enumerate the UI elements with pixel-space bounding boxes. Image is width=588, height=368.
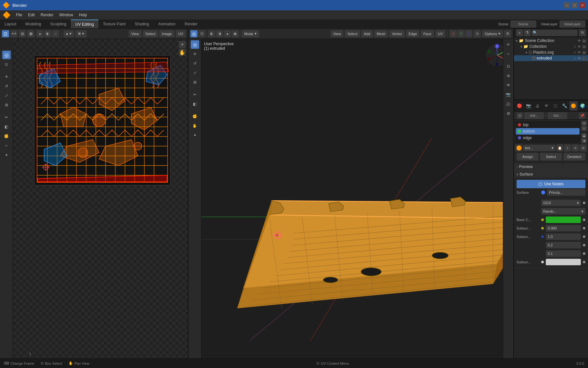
outliner-extruded[interactable]: ⬡ extruded ✓ 👁 🎥 (514, 55, 588, 61)
col-cam[interactable]: 🎥 (582, 45, 586, 48)
ggx-dropdown[interactable]: GGX ▾ (541, 200, 581, 206)
mat-down-btn[interactable]: ▾ (582, 138, 587, 143)
outliner-settings[interactable]: ⚙ (579, 29, 586, 36)
vp-proportional-btn[interactable]: ⊙ (474, 30, 481, 37)
uv-transform-tool[interactable]: ⊞ (2, 101, 11, 109)
breadcrumb-item1[interactable]: extr... (524, 112, 544, 119)
mat-up-btn[interactable]: ▲ (582, 133, 587, 138)
surface-prop-value[interactable]: Princip... (547, 189, 585, 196)
tab-modeling[interactable]: Modeling (21, 20, 46, 28)
menu-file[interactable]: File (13, 12, 25, 18)
scene-col-render[interactable]: 🎥 (582, 39, 586, 43)
maximize-button[interactable]: □ (572, 2, 578, 8)
vp-mesh-menu[interactable]: Mesh (374, 30, 388, 37)
vp-measure-tool[interactable]: ◧ (191, 100, 199, 108)
uv-pan-tool[interactable]: ✋ (179, 49, 186, 56)
scene-col-eye[interactable]: 👁 (578, 39, 581, 43)
random-dropdown[interactable]: Rando... ▾ (541, 208, 585, 215)
tab-sculpting[interactable]: Sculpting (46, 20, 71, 28)
vp-axis-y[interactable]: Y (457, 30, 465, 37)
uv-scale-tool[interactable]: ⤢ (2, 91, 11, 100)
subsur3-value[interactable] (546, 259, 581, 265)
tab-texture-paint[interactable]: Texture Paint (98, 20, 130, 28)
vp-pinch-tool[interactable]: ✦ (191, 131, 199, 139)
menu-help[interactable]: Help (76, 12, 90, 18)
material-slot-bottom[interactable]: bottom (516, 128, 580, 135)
mat-new-btn[interactable]: + (564, 144, 571, 151)
vp-shading1[interactable]: ◐ (208, 30, 215, 37)
uv-zoom-in[interactable]: + (179, 41, 186, 48)
vp-grab-tool[interactable]: ✊ (191, 112, 199, 121)
mat-select-btn[interactable]: Select (540, 153, 562, 161)
uv-uv-menu[interactable]: UV (176, 30, 186, 37)
material-slot-edge[interactable]: edge (516, 135, 580, 141)
uv-select-menu[interactable]: Select (143, 30, 158, 37)
vp-face-menu[interactable]: Face (421, 30, 434, 37)
vp-options-selector[interactable]: Options▾ (482, 30, 503, 37)
scene-selector[interactable]: Scene (510, 20, 536, 28)
preview-section-header[interactable]: › Preview · · · · (514, 163, 588, 170)
vp-cursor-tool[interactable]: ◎ (191, 40, 199, 49)
vp-shading4[interactable]: ◉ (232, 30, 239, 37)
vp-grid-icon[interactable]: ⊞ (504, 109, 513, 118)
vp-select-menu[interactable]: Select (345, 30, 360, 37)
prop-tab-modifier[interactable]: 🔧 (560, 101, 569, 111)
prop-tab-view[interactable]: 👁 (542, 101, 551, 111)
uv-shade1[interactable]: ● (36, 30, 44, 37)
uv-mode-icon[interactable]: ⊡ (2, 30, 9, 37)
uv-shade2[interactable]: ◐ (44, 30, 51, 37)
material-slot-top[interactable]: top (516, 122, 580, 128)
uv-cursor-tool[interactable]: ◎ (2, 51, 11, 59)
uv-snap-selector[interactable]: ⊕▾ (75, 30, 87, 37)
vp-render-icon[interactable]: 📷 (504, 90, 513, 99)
col-eye[interactable]: ✓ (574, 45, 576, 48)
vp-zoom-in[interactable]: + (504, 40, 513, 49)
uv-move-tool[interactable]: ✛ (2, 72, 11, 81)
uv-view-menu[interactable]: View (129, 30, 142, 37)
vp-settings-btn[interactable]: ⚙ (504, 30, 511, 37)
vp-perspective-icon[interactable]: ⊡ (504, 62, 513, 71)
breadcrumb-item2[interactable]: bot... (548, 112, 567, 119)
subsur2b-value[interactable]: 0.2 (546, 242, 581, 248)
uv-smooth-tool[interactable]: ≈ (2, 141, 11, 150)
minimize-button[interactable]: ─ (564, 2, 570, 8)
uv-rotate-tool[interactable]: ↺ (2, 82, 11, 90)
subsur2-value[interactable]: 1.0 (546, 233, 581, 240)
tab-uv-editing[interactable]: UV Editing (71, 20, 98, 28)
vp-move-tool[interactable]: ✛ (191, 50, 199, 58)
tab-render[interactable]: Render (180, 20, 202, 28)
vp-axis-z[interactable]: Z (465, 30, 472, 37)
prop-tab-scene[interactable]: 🔴 (515, 101, 524, 111)
vp-camera-icon[interactable]: 🎥 (504, 100, 513, 108)
extruded-eye[interactable]: ✓ (574, 57, 576, 60)
outliner-display-icon[interactable]: ≡ (516, 29, 523, 36)
prop-tab-output[interactable]: 🖨 (533, 101, 542, 111)
vp-zoom-out[interactable]: − (504, 50, 513, 58)
vp-view-menu[interactable]: View (331, 30, 344, 37)
viewlayer-selector[interactable]: ViewLayer (559, 20, 585, 28)
vp-shading3[interactable]: ● (224, 30, 231, 37)
outliner-plastics[interactable]: ▾ ⬡ Plastics.svg ✓ 👁 🎥 (514, 49, 588, 55)
subsur2c-value[interactable]: 0.1 (546, 250, 581, 257)
uv-tool-icon[interactable]: ✛✛ (10, 30, 18, 37)
prop-tab-object[interactable]: ⬡ (551, 101, 560, 111)
uv-overlay-icon[interactable]: ▦ (27, 30, 34, 37)
mat-type-icon[interactable]: 🟠 (515, 144, 522, 151)
vp-uv-menu[interactable]: UV (435, 30, 445, 37)
mat-copy-btn[interactable]: 📋 (556, 144, 563, 151)
mat-assign-btn[interactable]: Assign (517, 153, 539, 161)
uv-pinch-tool[interactable]: ✦ (2, 151, 11, 159)
menu-render[interactable]: Render (38, 12, 56, 18)
prop-tab-material[interactable]: 🟠 (569, 101, 578, 111)
use-nodes-button[interactable]: ⬡ Use Nodes (517, 180, 585, 188)
vp-edge-menu[interactable]: Edge (406, 30, 420, 37)
uv-image-menu[interactable]: Image (159, 30, 174, 37)
outliner-collection[interactable]: ▾ 📁 Collection ✓ 👁 🎥 (514, 44, 588, 49)
vp-axis-x[interactable]: X (450, 30, 457, 37)
plastics-eye[interactable]: ✓ (574, 51, 576, 54)
vp-rotate-tool[interactable]: ↺ (191, 59, 199, 68)
vp-transform-tool[interactable]: ⊞ (191, 78, 199, 86)
breadcrumb-display-icon[interactable]: ⊡ (517, 112, 523, 119)
tab-animation[interactable]: Animation (154, 20, 180, 28)
vp-local-icon[interactable]: ⊛ (504, 72, 513, 80)
